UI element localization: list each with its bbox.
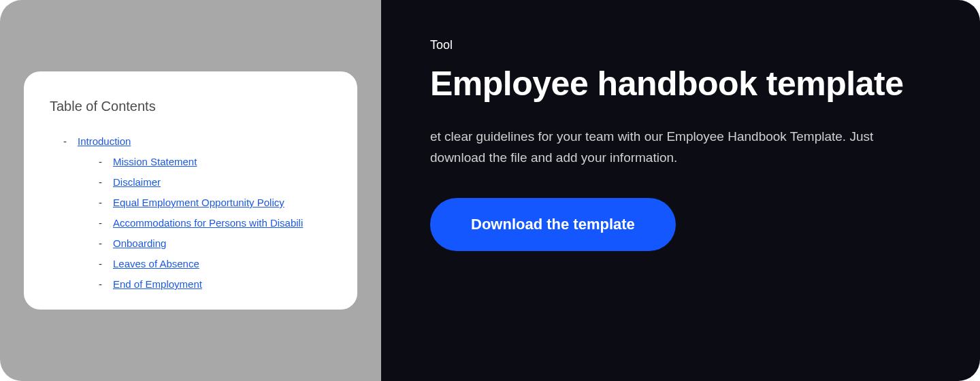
dash-icon: - [99, 256, 102, 272]
toc-link-introduction[interactable]: Introduction [78, 133, 131, 150]
toc-item: - Equal Employment Opportunity Policy [99, 195, 331, 211]
dash-icon: - [99, 154, 102, 170]
toc-item: - Leaves of Absence [99, 256, 331, 272]
preview-panel: Table of Contents - Introduction - Missi… [0, 0, 381, 381]
dash-icon: - [99, 174, 102, 190]
toc-link-onboarding[interactable]: Onboarding [113, 235, 166, 252]
download-template-button[interactable]: Download the template [430, 198, 676, 251]
toc-link-eeo-policy[interactable]: Equal Employment Opportunity Policy [113, 195, 284, 211]
toc-link-leaves-of-absence[interactable]: Leaves of Absence [113, 256, 199, 272]
toc-sublist: - Mission Statement - Disclaimer - Equal… [63, 154, 331, 293]
toc-item: - Onboarding [99, 235, 331, 252]
dash-icon: - [63, 133, 67, 150]
document-preview: Table of Contents - Introduction - Missi… [24, 71, 357, 310]
dash-icon: - [99, 235, 102, 252]
toc-list: - Introduction - Mission Statement - Dis… [50, 133, 331, 293]
toc-link-mission-statement[interactable]: Mission Statement [113, 154, 197, 170]
dash-icon: - [99, 276, 102, 293]
toc-item: - Accommodations for Persons with Disabi… [99, 215, 331, 231]
eyebrow-label: Tool [430, 38, 931, 52]
dash-icon: - [99, 215, 102, 231]
toc-link-disclaimer[interactable]: Disclaimer [113, 174, 161, 190]
dash-icon: - [99, 195, 102, 211]
toc-item: - Disclaimer [99, 174, 331, 190]
info-panel: Tool Employee handbook template et clear… [381, 0, 980, 381]
toc-item: - End of Employment [99, 276, 331, 293]
card-title: Employee handbook template [430, 65, 931, 104]
toc-item: - Mission Statement [99, 154, 331, 170]
toc-root-item: - Introduction [63, 133, 331, 150]
toc-link-accommodations[interactable]: Accommodations for Persons with Disabili [113, 215, 303, 231]
card-description: et clear guidelines for your team with o… [430, 126, 906, 169]
toc-link-end-of-employment[interactable]: End of Employment [113, 276, 202, 293]
template-card: Table of Contents - Introduction - Missi… [0, 0, 980, 381]
toc-heading: Table of Contents [50, 99, 331, 114]
